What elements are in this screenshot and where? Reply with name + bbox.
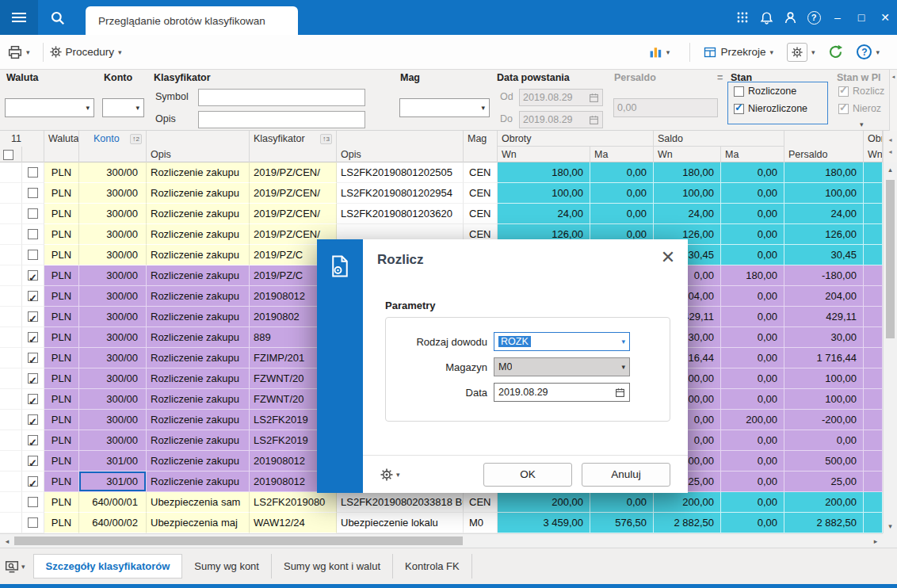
cell-wal[interactable]: PLN <box>44 513 79 533</box>
cell-ind[interactable] <box>0 368 22 389</box>
mag-filter-combo[interactable]: ▾ <box>399 98 490 117</box>
cell-klas[interactable]: 2019/PZ/CEN/ <box>250 183 337 204</box>
konto-filter-combo[interactable]: ▾ <box>102 98 144 117</box>
rozliczone-checkbox-row[interactable]: Rozliczone <box>734 86 796 97</box>
column-header-obr-truncated[interactable]: Obr <box>864 131 883 147</box>
user-account-button[interactable] <box>778 0 802 35</box>
przekroje-menu-button[interactable]: Przekroje ▾ <box>704 46 773 59</box>
cell-obr2[interactable] <box>864 451 883 472</box>
chart-view-button[interactable]: ▾ <box>649 45 670 59</box>
cell-mag[interactable]: CEN <box>464 183 498 204</box>
cell-chk[interactable] <box>22 204 44 224</box>
cell-wal[interactable]: PLN <box>44 389 79 410</box>
cell-wal[interactable]: PLN <box>44 224 79 245</box>
cell-chk[interactable] <box>22 286 44 307</box>
table-row[interactable]: PLN300/00Rozliczenie zakupu2019/PZ/CEN/L… <box>0 204 883 224</box>
column-header-opis2[interactable]: Opis <box>337 147 464 162</box>
nierozliczone-checkbox[interactable] <box>734 104 744 114</box>
notifications-button[interactable] <box>754 0 778 35</box>
cell-ind[interactable] <box>0 183 22 204</box>
cell-wal[interactable]: PLN <box>44 245 79 265</box>
help-button[interactable]: ? <box>802 0 826 35</box>
cell-per[interactable]: 180,00 <box>784 162 864 183</box>
cell-konto[interactable]: 300/00 <box>79 245 147 265</box>
cell-mag[interactable]: CEN <box>464 204 498 224</box>
cell-opis[interactable]: Rozliczenie zakupu <box>147 162 250 183</box>
cell-opis2[interactable]: Ubezpieczenie lokalu <box>337 513 464 533</box>
column-header-konto[interactable]: Konto↑2 <box>79 131 147 147</box>
cell-konto[interactable]: 300/00 <box>79 410 147 430</box>
cell-ind[interactable] <box>0 451 22 472</box>
settings-menu-button[interactable]: ▾ <box>787 43 815 62</box>
cell-per[interactable]: 0,00 <box>784 430 864 451</box>
row-checkbox[interactable] <box>28 476 38 487</box>
cell-wal[interactable]: PLN <box>44 307 79 327</box>
minimize-button[interactable]: – <box>826 0 849 35</box>
cell-wal[interactable]: PLN <box>44 472 79 492</box>
column-header-klasyfikator[interactable]: Klasyfikator↑3 <box>250 131 337 147</box>
column-header-saldo-ma[interactable]: Ma <box>721 147 784 162</box>
cell-per[interactable]: 30,00 <box>784 327 864 348</box>
cell-obr2[interactable] <box>864 245 883 265</box>
scroll-up-icon[interactable]: ▴ <box>884 162 897 177</box>
scroll-left-icon[interactable]: ◂ <box>0 534 14 548</box>
cell-chk[interactable] <box>22 513 44 533</box>
cell-ind[interactable] <box>0 265 22 286</box>
row-checkbox[interactable] <box>28 456 38 466</box>
rozliczone-checkbox[interactable] <box>734 86 744 97</box>
column-header-opis[interactable]: Opis <box>147 147 250 162</box>
tab-kontrola-fk[interactable]: Kontrola FK <box>393 554 472 578</box>
tab-szczegoly-klasyfikatorow[interactable]: Szczegóły klasyfikatorów <box>33 554 183 578</box>
cell-chk[interactable] <box>22 430 44 451</box>
cell-wal[interactable]: PLN <box>44 430 79 451</box>
cell-mag[interactable]: M0 <box>464 513 498 533</box>
table-row[interactable]: PLN640/00/02Ubezpieczenia majWAW12/24Ube… <box>0 513 883 533</box>
cell-ind[interactable] <box>0 245 22 265</box>
cell-wal[interactable]: PLN <box>44 204 79 224</box>
cell-per[interactable]: -180,00 <box>784 265 864 286</box>
row-checkbox[interactable] <box>28 394 38 404</box>
cell-salwn[interactable]: 100,00 <box>654 183 721 204</box>
cell-per[interactable]: 429,11 <box>784 307 864 327</box>
cell-per[interactable]: 2 882,50 <box>784 513 864 533</box>
column-header-obroty-wn[interactable]: Wn <box>498 147 590 162</box>
column-group-saldo[interactable]: Saldo <box>654 131 784 147</box>
cell-obrma[interactable]: 576,50 <box>590 513 654 533</box>
apps-grid-button[interactable] <box>731 0 754 35</box>
cell-konto[interactable]: 300/00 <box>79 204 147 224</box>
scroll-right-icon[interactable]: ▸ <box>868 534 883 548</box>
cell-salma[interactable]: 0,00 <box>721 348 784 368</box>
cell-wal[interactable]: PLN <box>44 410 79 430</box>
table-row[interactable]: PLN300/00Rozliczenie zakupu2019/PZ/CEN/L… <box>0 162 883 183</box>
cell-opis2[interactable]: LS2FK20190801203620 <box>337 204 464 224</box>
cell-salma[interactable]: 0,00 <box>721 389 784 410</box>
cell-salma[interactable]: 0,00 <box>721 368 784 389</box>
equals-operator-icon[interactable]: = <box>717 72 723 83</box>
row-checkbox[interactable] <box>28 435 38 445</box>
hamburger-menu-button[interactable] <box>0 0 38 35</box>
cell-klas[interactable]: 2019/PZ/CEN/ <box>250 204 337 224</box>
cell-chk[interactable] <box>22 162 44 183</box>
cell-klas[interactable]: WAW12/24 <box>250 513 337 533</box>
filter-scroll-strip[interactable]: ◂ <box>889 70 897 131</box>
cell-per[interactable]: 126,00 <box>784 224 864 245</box>
cell-ind[interactable] <box>0 410 22 430</box>
cell-salma[interactable]: 0,00 <box>721 472 784 492</box>
cell-chk[interactable] <box>22 307 44 327</box>
chevron-down-icon[interactable]: ▾ <box>860 120 864 128</box>
cell-per[interactable]: 1 716,44 <box>784 348 864 368</box>
cell-konto[interactable]: 300/00 <box>79 265 147 286</box>
nierozliczone-checkbox-row[interactable]: Nierozliczone <box>734 103 807 114</box>
cell-opis[interactable]: Rozliczenie zakupu <box>147 204 250 224</box>
cell-obrma[interactable]: 0,00 <box>590 162 654 183</box>
global-search-button[interactable] <box>38 0 76 35</box>
cell-salwn[interactable]: 200,00 <box>654 492 721 513</box>
cell-ind[interactable] <box>0 348 22 368</box>
cell-opis[interactable]: Rozliczenie zakupu <box>147 307 250 327</box>
cell-ind[interactable] <box>0 327 22 348</box>
cell-salwn[interactable]: 24,00 <box>654 204 721 224</box>
cell-per[interactable]: 204,00 <box>784 286 864 307</box>
context-help-button[interactable]: ? ▾ <box>857 44 880 59</box>
cell-obr2[interactable] <box>864 348 883 368</box>
vertical-scroll-thumb[interactable] <box>886 180 895 338</box>
